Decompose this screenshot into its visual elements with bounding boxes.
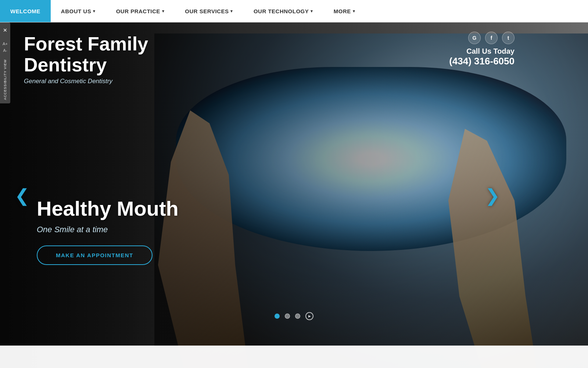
bottom-bar: [0, 346, 588, 368]
nav-our-services[interactable]: OUR SERVICES ▾: [175, 0, 243, 22]
carousel-dot-1[interactable]: [275, 314, 280, 319]
text-decrease-icon[interactable]: A-: [3, 48, 7, 53]
facebook-icon[interactable]: f: [485, 32, 498, 44]
practice-subtitle: General and Cosmetic Dentistry: [24, 78, 148, 85]
accessibility-icons: A+ A-: [3, 42, 8, 53]
call-label: Call Us Today: [466, 47, 514, 56]
contact-social-area: G f t Call Us Today (434) 316-6050: [449, 32, 514, 67]
chevron-down-icon: ▾: [230, 9, 233, 14]
hero-headline: Healthy Mouth: [37, 197, 179, 220]
phone-number[interactable]: (434) 316-6050: [449, 56, 514, 67]
accessibility-label: Accessibility View: [3, 59, 7, 100]
nav-our-technology[interactable]: OUR TECHNOLOGY ▾: [243, 0, 323, 22]
close-accessibility-button[interactable]: ✕: [1, 26, 9, 35]
chevron-down-icon: ▾: [162, 9, 165, 14]
accessibility-sidebar: ✕ A+ A- Accessibility View: [0, 22, 10, 103]
chevron-down-icon: ▾: [311, 9, 313, 14]
text-increase-icon[interactable]: A+: [3, 42, 8, 46]
practice-info: Forest Family Dentistry General and Cosm…: [24, 33, 148, 85]
main-navigation: WELCOME ABOUT US ▾ OUR PRACTICE ▾ OUR SE…: [0, 0, 588, 22]
chevron-down-icon: ▾: [353, 9, 355, 14]
carousel-play-button[interactable]: ▶: [305, 312, 313, 320]
nav-more[interactable]: MORE ▾: [323, 0, 366, 22]
nav-about-us[interactable]: ABOUT US ▾: [51, 0, 106, 22]
nav-welcome[interactable]: WELCOME: [0, 0, 51, 22]
chevron-down-icon: ▾: [93, 9, 96, 14]
carousel-dot-3[interactable]: [295, 314, 300, 319]
carousel-next-button[interactable]: ❯: [485, 185, 500, 206]
carousel-previous-button[interactable]: ❮: [15, 185, 29, 206]
make-appointment-button[interactable]: MAKE AN APPOINTMENT: [37, 245, 153, 265]
carousel-dot-2[interactable]: [285, 314, 290, 319]
carousel-dots: ▶: [275, 312, 313, 320]
hero-text: Healthy Mouth One Smile at a time MAKE A…: [37, 197, 179, 265]
social-icons-group: G f t: [468, 32, 514, 44]
google-icon[interactable]: G: [468, 32, 481, 44]
twitter-icon[interactable]: t: [502, 32, 514, 44]
nav-our-practice[interactable]: OUR PRACTICE ▾: [106, 0, 175, 22]
hero-subheadline: One Smile at a time: [37, 225, 179, 234]
practice-name: Forest Family Dentistry: [24, 33, 148, 75]
hero-section: ✕ A+ A- Accessibility View Forest Family…: [0, 22, 588, 368]
